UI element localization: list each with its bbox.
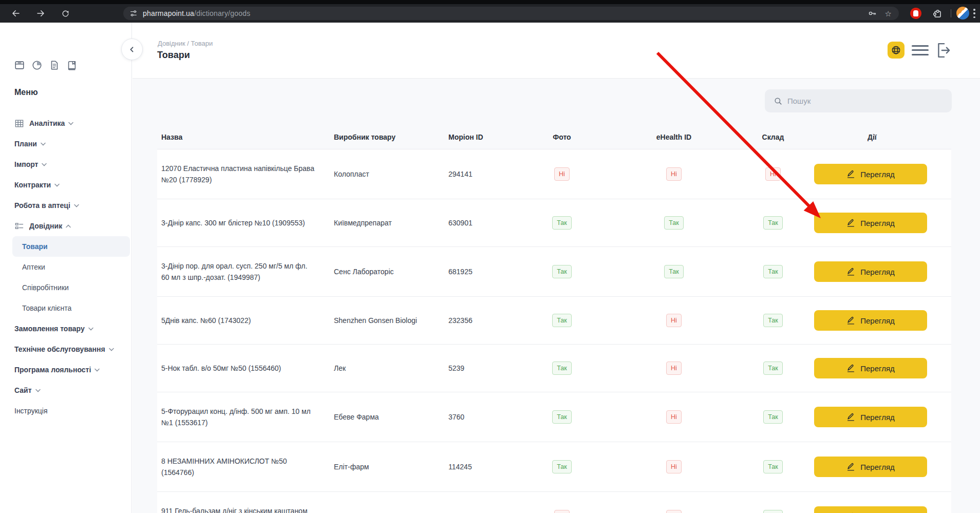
chevron-down-icon <box>95 368 100 372</box>
composition-badge: Так <box>763 510 783 513</box>
table-row: 12070 Еластична пластина напівкільце Бра… <box>157 149 951 199</box>
chevron-left-icon <box>127 45 137 54</box>
chevron-up-icon <box>66 224 71 228</box>
sidebar-item[interactable]: Сайт <box>0 380 132 401</box>
back-arrow-icon <box>11 9 21 18</box>
sidebar-item[interactable]: Замовлення товару <box>0 318 132 339</box>
cell-manufacturer: Сенс Лабораторіс <box>334 268 448 276</box>
cell-manufacturer: Київмедпрепарат <box>334 219 448 227</box>
cell-morion-id: 232356 <box>448 316 516 325</box>
cell-name: 3-Дінір капс. 300 мг блістер №10 (190955… <box>157 217 334 229</box>
sidebar-collapse-button[interactable] <box>121 39 143 60</box>
view-button-label: Перегляд <box>860 413 895 422</box>
hamburger-menu-icon[interactable] <box>912 45 929 55</box>
address-bar[interactable]: pharmapoint.ua/dictionary/goods ☆ <box>123 7 899 20</box>
sidebar: Меню АналітикаПланиІмпортКонтрактиРобота… <box>0 23 132 513</box>
sidebar-item-label: Плани <box>14 140 37 148</box>
cell-manufacturer: Еліт-фарм <box>334 463 448 471</box>
cell-name: 12070 Еластична пластина напівкільце Бра… <box>157 163 334 185</box>
forward-button[interactable] <box>32 6 49 21</box>
sidebar-item-label: Інструкція <box>14 407 48 415</box>
cell-manufacturer: Shenzhen Gonsen Biologi <box>334 316 448 325</box>
ehealth-badge: Ні <box>666 362 682 375</box>
main-area: Довідник / Товари Товари Назва Виробник … <box>133 23 980 513</box>
pie-chart-icon[interactable] <box>31 60 43 71</box>
table-header-row: Назва Виробник товару Моріон ID Фото eHe… <box>157 125 951 149</box>
adblock-extension-icon[interactable] <box>910 8 921 19</box>
search-box[interactable] <box>765 89 952 112</box>
sidebar-item[interactable]: Плани <box>0 134 132 154</box>
sidebar-item[interactable]: Аптеки <box>0 257 132 277</box>
sidebar-item[interactable]: Програма лояльності <box>0 359 132 380</box>
table-body: 12070 Еластична пластина напівкільце Бра… <box>157 149 951 513</box>
composition-badge: Так <box>763 460 783 474</box>
sidebar-item-label: Аналітика <box>29 119 65 127</box>
sidebar-item-label: Контракти <box>14 181 51 189</box>
sidebar-item[interactable]: Імпорт <box>0 154 132 175</box>
chevron-down-icon <box>54 183 60 187</box>
browser-tab-strip <box>0 0 980 4</box>
sidebar-item-label: Аптеки <box>22 263 45 271</box>
search-icon <box>774 97 783 106</box>
profile-avatar[interactable] <box>956 7 969 20</box>
sidebar-item[interactable]: Товари <box>12 236 130 257</box>
sidebar-item[interactable]: Інструкція <box>0 401 132 421</box>
sidebar-item[interactable]: Довідник <box>0 216 132 236</box>
url-path: /dictionary/goods <box>194 9 250 17</box>
document-icon[interactable] <box>49 60 60 71</box>
view-button[interactable]: Перегляд <box>814 506 927 513</box>
archive-box-icon[interactable] <box>14 60 25 71</box>
menu-heading: Меню <box>14 88 38 97</box>
site-settings-icon[interactable] <box>129 9 138 17</box>
search-input[interactable] <box>787 97 941 105</box>
view-button[interactable]: Перегляд <box>814 310 927 331</box>
view-button[interactable]: Перегляд <box>814 358 927 378</box>
sidebar-item[interactable]: Контракти <box>0 175 132 195</box>
composition-badge: Так <box>763 216 783 230</box>
back-button[interactable] <box>7 6 25 21</box>
edit-pencil-icon <box>846 268 855 276</box>
sidebar-item[interactable]: Товари клієнта <box>0 298 132 318</box>
sidebar-item[interactable]: Робота в аптеці <box>0 195 132 216</box>
ehealth-badge: Так <box>664 265 684 279</box>
table-row: 911 Гель-бальзам д/ніг з кінським каштан… <box>157 492 951 513</box>
logout-icon[interactable] <box>936 42 951 59</box>
language-globe-button[interactable] <box>888 42 904 59</box>
view-button-label: Перегляд <box>860 364 895 373</box>
cell-manufacturer: Лек <box>334 364 448 372</box>
sidebar-item-label: Співробітники <box>22 283 69 292</box>
composition-badge: Ні <box>765 167 781 181</box>
view-button[interactable]: Перегляд <box>814 457 927 477</box>
photo-badge: Так <box>552 362 572 375</box>
sidebar-item[interactable]: Аналітика <box>0 113 132 134</box>
view-button[interactable]: Перегляд <box>814 407 927 427</box>
view-button[interactable]: Перегляд <box>814 164 927 184</box>
url-text[interactable]: pharmapoint.ua/dictionary/goods <box>143 9 250 17</box>
chevron-down-icon <box>41 142 46 146</box>
view-button[interactable]: Перегляд <box>814 261 927 282</box>
chevron-down-icon <box>88 327 93 331</box>
cell-manufacturer: Ебеве Фарма <box>334 413 448 421</box>
book-icon[interactable] <box>66 60 78 71</box>
sidebar-item-label: Імпорт <box>14 160 38 168</box>
reload-button[interactable] <box>56 6 74 21</box>
browser-menu-icon[interactable] <box>973 8 975 19</box>
sidebar-item[interactable]: Співробітники <box>0 277 132 298</box>
photo-badge: Ні <box>554 167 570 181</box>
composition-badge: Так <box>763 314 783 328</box>
bookmark-star-icon[interactable]: ☆ <box>885 10 892 17</box>
photo-badge: Так <box>552 265 572 279</box>
edit-pencil-icon <box>846 219 855 227</box>
view-button[interactable]: Перегляд <box>814 213 927 233</box>
ehealth-badge: Ні <box>666 410 682 424</box>
sidebar-item[interactable]: Технічне обслуговування <box>0 339 132 359</box>
column-header-photo: Фото <box>516 133 608 141</box>
column-header-actions: Дії <box>806 133 951 141</box>
sidebar-item-label: Сайт <box>14 386 32 394</box>
toolbar-separator <box>951 9 951 17</box>
column-header-morion-id: Моріон ID <box>448 133 516 141</box>
password-key-icon[interactable] <box>868 9 877 18</box>
column-header-manufacturer: Виробник товару <box>334 133 448 141</box>
edit-pencil-icon <box>846 463 855 471</box>
extensions-puzzle-icon[interactable] <box>932 8 943 19</box>
